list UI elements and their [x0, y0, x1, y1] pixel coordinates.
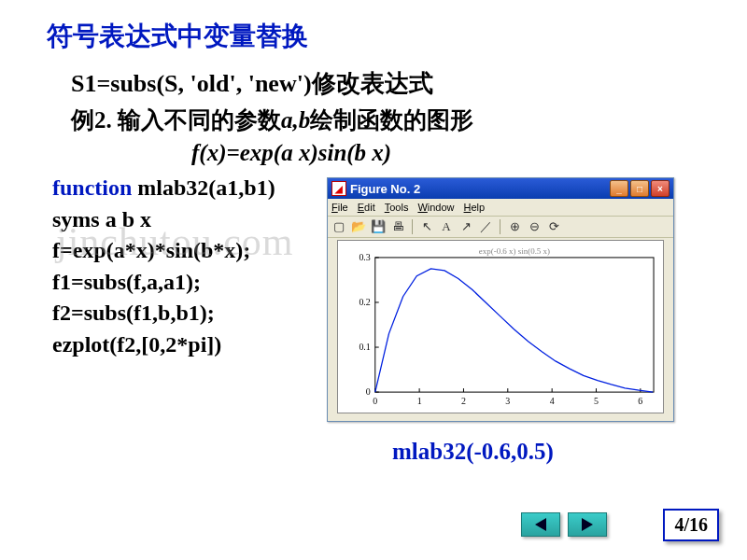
menu-window[interactable]: Window: [417, 202, 454, 213]
svg-text:5: 5: [594, 396, 599, 406]
keyword-function: function: [52, 175, 132, 200]
zoom-out-icon[interactable]: ⊖: [527, 219, 542, 234]
arrow-icon[interactable]: ↗: [458, 219, 473, 234]
save-icon[interactable]: 💾: [371, 219, 386, 234]
svg-text:0: 0: [366, 386, 371, 397]
code-block: function mlab32(a1,b1) syms a b x f=exp(…: [52, 173, 275, 361]
line2-vars: a,b: [281, 107, 310, 133]
svg-text:0.2: 0.2: [359, 297, 370, 307]
menu-file[interactable]: File: [331, 202, 348, 213]
text-icon[interactable]: A: [439, 219, 454, 234]
line-icon[interactable]: ／: [478, 219, 493, 234]
code-sig: mlab32(a1,b1): [132, 175, 275, 200]
svg-text:0.3: 0.3: [359, 252, 370, 262]
plot-svg: 012345600.10.20.3exp(-0.6 x) sin(0.5 x): [338, 241, 663, 413]
code-l3: f=exp(a*x)*sin(b*x);: [52, 235, 275, 267]
menu-tools[interactable]: Tools: [385, 202, 409, 213]
menu-bar: File Edit Tools Window Help: [328, 199, 673, 217]
window-title: Figure No. 2: [350, 182, 420, 196]
svg-text:4: 4: [550, 396, 555, 406]
caption: mlab32(-0.6,0.5): [392, 439, 554, 465]
code-l5: f2=subs(f1,b,b1);: [52, 298, 275, 329]
figure-window: ◢ Figure No. 2 _ □ × File Edit Tools Win…: [327, 177, 674, 422]
open-icon[interactable]: 📂: [351, 219, 366, 234]
maximize-button[interactable]: □: [630, 180, 649, 197]
zoom-in-icon[interactable]: ⊕: [507, 219, 522, 234]
slide-title: 符号表达式中变量替换: [47, 19, 308, 54]
code-l6: ezplot(f2,[0,2*pi]): [52, 329, 275, 361]
svg-text:exp(-0.6 x) sin(0.5 x): exp(-0.6 x) sin(0.5 x): [479, 246, 550, 256]
svg-text:3: 3: [505, 396, 510, 406]
prev-button[interactable]: [521, 512, 560, 537]
svg-text:0: 0: [373, 396, 377, 406]
formula: f(x)=exp(a x)sin(b x): [191, 140, 391, 166]
plot-area: 012345600.10.20.3exp(-0.6 x) sin(0.5 x): [337, 240, 664, 413]
matlab-icon: ◢: [331, 181, 346, 196]
toolbar: ▢ 📂 💾 🖶 ↖ A ↗ ／ ⊕ ⊖ ⟳: [328, 217, 673, 238]
code-l4: f1=subs(f,a,a1);: [52, 267, 275, 299]
text-line-2: 例2. 输入不同的参数a,b绘制函数的图形: [71, 105, 473, 135]
window-titlebar[interactable]: ◢ Figure No. 2 _ □ ×: [328, 178, 673, 199]
pointer-icon[interactable]: ↖: [419, 219, 434, 234]
next-button[interactable]: [568, 512, 607, 537]
svg-text:0.1: 0.1: [359, 342, 370, 352]
new-icon[interactable]: ▢: [331, 219, 346, 234]
svg-text:2: 2: [461, 396, 466, 406]
page-number: 4/16: [663, 509, 719, 541]
rotate-icon[interactable]: ⟳: [546, 219, 561, 234]
svg-text:1: 1: [417, 396, 422, 406]
print-icon[interactable]: 🖶: [390, 219, 405, 234]
menu-edit[interactable]: Edit: [358, 202, 375, 213]
text-line-1: S1=subs(S, 'old', 'new')修改表达式: [71, 67, 433, 100]
minimize-button[interactable]: _: [610, 180, 628, 197]
line2-prefix: 例2. 输入不同的参数: [71, 107, 281, 133]
svg-text:6: 6: [638, 396, 642, 406]
close-button[interactable]: ×: [651, 180, 669, 197]
svg-rect-0: [375, 258, 654, 392]
line2-suffix: 绘制函数的图形: [310, 107, 473, 133]
code-l2: syms a b x: [52, 204, 275, 236]
menu-help[interactable]: Help: [464, 202, 486, 213]
